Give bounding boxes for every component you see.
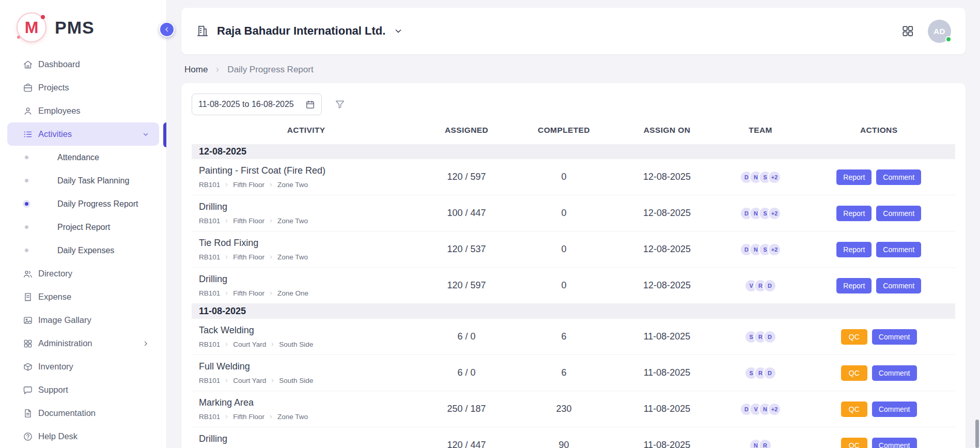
bullet-dot-icon (25, 179, 28, 182)
activity-row: Tie Rod FixingRB101Fifth FloorZone Two12… (192, 231, 955, 268)
expense-icon (23, 292, 33, 302)
sidebar-subitem-daily-expenses[interactable]: Daily Expenses (0, 239, 166, 262)
sidebar-item-expense[interactable]: Expense (7, 285, 159, 308)
sidebar-collapse-button[interactable] (159, 22, 175, 37)
company-selector[interactable]: Raja Bahadur International Ltd. (196, 24, 403, 38)
completed-cell: 0 (512, 195, 616, 231)
activity-location-path: RB101Fifth FloorZone One (199, 289, 416, 297)
sidebar-item-documentation[interactable]: Documentation (7, 401, 159, 425)
sidebar-item-inventory[interactable]: Inventory (7, 355, 159, 378)
comment-button[interactable]: Comment (872, 329, 917, 345)
filter-funnel-icon[interactable] (334, 99, 346, 110)
sidebar-item-dashboard[interactable]: Dashboard (7, 53, 159, 76)
sidebar-subitem-daily-progress-report[interactable]: Daily Progress Report (0, 192, 166, 215)
chevron-right-icon (268, 254, 274, 260)
activity-name: Tack Welding (199, 325, 416, 336)
path-segment: RB101 (199, 341, 220, 348)
activity-row: DrillingRB101Fifth FloorZone Two120 / 44… (192, 427, 955, 448)
report-button[interactable]: Report (836, 206, 872, 221)
comment-button[interactable]: Comment (876, 242, 921, 257)
inventory-icon (23, 362, 33, 372)
team-member-avatar: +2 (768, 171, 781, 184)
home-icon (23, 59, 33, 70)
activity-location-path: RB101Fifth FloorZone Two (199, 217, 416, 225)
path-segment: RB101 (199, 181, 220, 189)
comment-button[interactable]: Comment (876, 278, 921, 293)
actions-cell: QCComment (802, 391, 955, 427)
topbar: Raja Bahadur International Ltd. AD (181, 8, 966, 54)
sidebar-item-help-desk[interactable]: Help Desk (7, 425, 159, 448)
qc-button[interactable]: QC (841, 438, 867, 448)
report-button[interactable]: Report (836, 169, 872, 185)
comment-button[interactable]: Comment (872, 365, 917, 381)
comment-button[interactable]: Comment (876, 169, 921, 185)
sidebar-item-image-gallary[interactable]: Image Gallary (7, 308, 159, 332)
activity-name: Marking Area (199, 397, 416, 408)
sidebar-subitem-daily-task-planning[interactable]: Daily Task Planning (0, 169, 166, 192)
chevron-right-icon (214, 66, 221, 73)
row-actions: QCComment (806, 401, 951, 417)
sidebar-nav: DashboardProjectsEmployeesActivitiesAtte… (0, 51, 166, 448)
assign-on-cell: 12-08-2025 (615, 159, 719, 195)
assigned-cell: 100 / 447 (421, 195, 512, 231)
sidebar-subitem-attendance[interactable]: Attendance (0, 146, 166, 169)
qc-button[interactable]: QC (841, 365, 867, 381)
team-avatar-group: DVN+2 (723, 403, 799, 416)
sidebar-item-label: Support (38, 385, 68, 395)
scrollbar-thumb[interactable] (975, 420, 979, 448)
sidebar-item-employees[interactable]: Employees (7, 99, 159, 122)
sidebar-item-projects[interactable]: Projects (7, 76, 159, 99)
team-member-avatar: +2 (768, 403, 781, 416)
activity-location-path: RB101Fifth FloorZone Two (199, 181, 416, 189)
sidebar-subitem-project-report[interactable]: Project Report (0, 215, 166, 239)
sidebar-item-directory[interactable]: Directory (7, 262, 159, 285)
sidebar-item-administration[interactable]: Administration (7, 332, 159, 355)
date-range-input[interactable]: 11-08-2025 to 16-08-2025 (192, 94, 322, 115)
activity-cell: Painting - First Coat (Fire Red)RB101Fif… (192, 159, 421, 195)
actions-cell: ReportComment (802, 159, 955, 195)
qc-button[interactable]: QC (841, 329, 867, 345)
date-group-header: 12-08-2025 (192, 144, 955, 159)
sidebar-item-support[interactable]: Support (7, 378, 159, 401)
activity-name: Tie Rod Fixing (199, 238, 416, 249)
chevron-right-icon (224, 378, 229, 383)
row-actions: ReportComment (806, 278, 951, 293)
activity-name: Drilling (199, 434, 416, 444)
row-actions: QCComment (806, 438, 951, 448)
comment-button[interactable]: Comment (872, 438, 917, 448)
column-header-assigned: ASSIGNED (421, 117, 512, 144)
path-segment: South Side (279, 341, 313, 348)
column-header-team: TEAM (719, 117, 803, 144)
chevron-down-icon (142, 130, 150, 138)
assigned-cell: 120 / 537 (421, 231, 512, 268)
apps-grid-icon[interactable] (901, 24, 914, 38)
team-member-avatar: D (763, 366, 776, 380)
sidebar-subitem-label: Project Report (57, 223, 110, 232)
team-cell: DNS+2 (719, 231, 803, 268)
assign-on-cell: 12-08-2025 (615, 195, 719, 231)
sidebar-item-activities[interactable]: Activities (7, 122, 159, 146)
team-avatar-group: DNS+2 (723, 243, 799, 256)
report-button[interactable]: Report (836, 242, 872, 257)
report-button[interactable]: Report (836, 278, 872, 293)
qc-button[interactable]: QC (841, 401, 867, 417)
team-avatar-group: SRD (723, 366, 799, 380)
logo: M PMS (0, 0, 166, 51)
path-segment: Fifth Floor (233, 217, 265, 225)
chevron-right-icon (224, 218, 229, 224)
team-member-avatar: D (763, 330, 776, 344)
path-segment: RB101 (199, 217, 220, 225)
path-segment: Zone Two (277, 253, 308, 261)
comment-button[interactable]: Comment (872, 401, 917, 417)
path-segment: Zone Two (277, 217, 308, 225)
comment-button[interactable]: Comment (876, 206, 921, 221)
actions-cell: ReportComment (802, 268, 955, 304)
breadcrumb-home-link[interactable]: Home (184, 65, 208, 75)
activity-cell: Tie Rod FixingRB101Fifth FloorZone Two (192, 231, 421, 268)
team-cell: VRD (719, 268, 803, 304)
path-segment: South Side (279, 377, 313, 384)
sidebar-item-label: Documentation (38, 408, 96, 418)
chevron-left-icon (163, 25, 171, 34)
user-avatar[interactable]: AD (928, 20, 951, 43)
sidebar-item-label: Image Gallary (38, 315, 91, 325)
